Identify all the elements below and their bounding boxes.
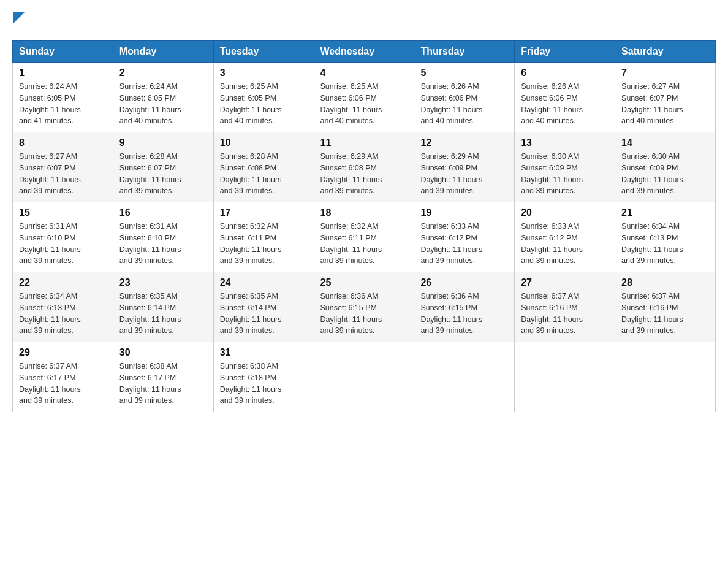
day-cell-11: 11Sunrise: 6:29 AMSunset: 6:08 PMDayligh… <box>314 132 414 202</box>
day-number: 5 <box>420 67 508 79</box>
day-cell-18: 18Sunrise: 6:32 AMSunset: 6:11 PMDayligh… <box>314 202 414 272</box>
day-cell-6: 6Sunrise: 6:26 AMSunset: 6:06 PMDaylight… <box>515 63 615 132</box>
day-info: Sunrise: 6:38 AMSunset: 6:17 PMDaylight:… <box>119 361 207 407</box>
logo <box>12 12 25 28</box>
day-number: 31 <box>220 347 308 358</box>
day-info: Sunrise: 6:32 AMSunset: 6:11 PMDaylight:… <box>320 221 408 267</box>
day-cell-28: 28Sunrise: 6:37 AMSunset: 6:16 PMDayligh… <box>615 272 716 342</box>
day-info: Sunrise: 6:37 AMSunset: 6:16 PMDaylight:… <box>521 291 609 337</box>
weekday-header-wednesday: Wednesday <box>314 41 414 63</box>
day-info: Sunrise: 6:31 AMSunset: 6:10 PMDaylight:… <box>19 221 107 267</box>
day-cell-19: 19Sunrise: 6:33 AMSunset: 6:12 PMDayligh… <box>414 202 515 272</box>
day-number: 8 <box>19 137 107 148</box>
day-number: 2 <box>119 67 207 79</box>
day-number: 7 <box>621 67 709 79</box>
day-number: 27 <box>521 277 609 288</box>
day-info: Sunrise: 6:29 AMSunset: 6:08 PMDaylight:… <box>320 151 408 197</box>
day-info: Sunrise: 6:28 AMSunset: 6:07 PMDaylight:… <box>119 151 207 197</box>
week-row-3: 15Sunrise: 6:31 AMSunset: 6:10 PMDayligh… <box>13 202 716 272</box>
day-number: 28 <box>621 277 709 288</box>
day-info: Sunrise: 6:36 AMSunset: 6:15 PMDaylight:… <box>420 291 508 337</box>
day-number: 16 <box>119 207 207 218</box>
day-number: 19 <box>420 207 508 218</box>
day-cell-8: 8Sunrise: 6:27 AMSunset: 6:07 PMDaylight… <box>13 132 113 202</box>
day-info: Sunrise: 6:30 AMSunset: 6:09 PMDaylight:… <box>621 151 709 197</box>
empty-cell <box>515 342 615 412</box>
day-cell-16: 16Sunrise: 6:31 AMSunset: 6:10 PMDayligh… <box>113 202 213 272</box>
day-cell-7: 7Sunrise: 6:27 AMSunset: 6:07 PMDaylight… <box>615 63 716 132</box>
day-number: 1 <box>19 67 107 79</box>
day-cell-31: 31Sunrise: 6:38 AMSunset: 6:18 PMDayligh… <box>213 342 314 412</box>
day-cell-21: 21Sunrise: 6:34 AMSunset: 6:13 PMDayligh… <box>615 202 716 272</box>
day-number: 18 <box>320 207 408 218</box>
weekday-header-thursday: Thursday <box>414 41 515 63</box>
day-number: 21 <box>621 207 709 218</box>
empty-cell <box>615 342 716 412</box>
day-cell-17: 17Sunrise: 6:32 AMSunset: 6:11 PMDayligh… <box>213 202 314 272</box>
day-number: 22 <box>19 277 107 288</box>
day-cell-4: 4Sunrise: 6:25 AMSunset: 6:06 PMDaylight… <box>314 63 414 132</box>
day-info: Sunrise: 6:24 AMSunset: 6:05 PMDaylight:… <box>19 81 107 127</box>
day-cell-9: 9Sunrise: 6:28 AMSunset: 6:07 PMDaylight… <box>113 132 213 202</box>
day-cell-24: 24Sunrise: 6:35 AMSunset: 6:14 PMDayligh… <box>213 272 314 342</box>
day-info: Sunrise: 6:34 AMSunset: 6:13 PMDaylight:… <box>621 221 709 267</box>
day-info: Sunrise: 6:33 AMSunset: 6:12 PMDaylight:… <box>420 221 508 267</box>
day-cell-29: 29Sunrise: 6:37 AMSunset: 6:17 PMDayligh… <box>13 342 113 412</box>
day-info: Sunrise: 6:25 AMSunset: 6:06 PMDaylight:… <box>320 81 408 127</box>
day-number: 15 <box>19 207 107 218</box>
day-cell-30: 30Sunrise: 6:38 AMSunset: 6:17 PMDayligh… <box>113 342 213 412</box>
weekday-header-monday: Monday <box>113 41 213 63</box>
weekday-header-row: SundayMondayTuesdayWednesdayThursdayFrid… <box>13 41 716 63</box>
day-number: 3 <box>220 67 308 79</box>
day-info: Sunrise: 6:24 AMSunset: 6:05 PMDaylight:… <box>119 81 207 127</box>
day-info: Sunrise: 6:33 AMSunset: 6:12 PMDaylight:… <box>521 221 609 267</box>
day-number: 9 <box>119 137 207 148</box>
day-number: 29 <box>19 347 107 358</box>
weekday-header-friday: Friday <box>515 41 615 63</box>
day-number: 17 <box>220 207 308 218</box>
day-cell-13: 13Sunrise: 6:30 AMSunset: 6:09 PMDayligh… <box>515 132 615 202</box>
day-cell-22: 22Sunrise: 6:34 AMSunset: 6:13 PMDayligh… <box>13 272 113 342</box>
day-info: Sunrise: 6:37 AMSunset: 6:16 PMDaylight:… <box>621 291 709 337</box>
day-number: 23 <box>119 277 207 288</box>
day-cell-27: 27Sunrise: 6:37 AMSunset: 6:16 PMDayligh… <box>515 272 615 342</box>
page-header <box>12 12 716 28</box>
day-info: Sunrise: 6:34 AMSunset: 6:13 PMDaylight:… <box>19 291 107 337</box>
day-info: Sunrise: 6:27 AMSunset: 6:07 PMDaylight:… <box>19 151 107 197</box>
day-info: Sunrise: 6:29 AMSunset: 6:09 PMDaylight:… <box>420 151 508 197</box>
day-info: Sunrise: 6:27 AMSunset: 6:07 PMDaylight:… <box>621 81 709 127</box>
day-info: Sunrise: 6:32 AMSunset: 6:11 PMDaylight:… <box>220 221 308 267</box>
empty-cell <box>314 342 414 412</box>
day-info: Sunrise: 6:31 AMSunset: 6:10 PMDaylight:… <box>119 221 207 267</box>
day-number: 26 <box>420 277 508 288</box>
day-info: Sunrise: 6:38 AMSunset: 6:18 PMDaylight:… <box>220 361 308 407</box>
day-info: Sunrise: 6:35 AMSunset: 6:14 PMDaylight:… <box>220 291 308 337</box>
day-cell-25: 25Sunrise: 6:36 AMSunset: 6:15 PMDayligh… <box>314 272 414 342</box>
day-cell-26: 26Sunrise: 6:36 AMSunset: 6:15 PMDayligh… <box>414 272 515 342</box>
day-number: 30 <box>119 347 207 358</box>
day-cell-10: 10Sunrise: 6:28 AMSunset: 6:08 PMDayligh… <box>213 132 314 202</box>
day-number: 10 <box>220 137 308 148</box>
day-cell-2: 2Sunrise: 6:24 AMSunset: 6:05 PMDaylight… <box>113 63 213 132</box>
svg-marker-0 <box>13 12 25 23</box>
day-cell-12: 12Sunrise: 6:29 AMSunset: 6:09 PMDayligh… <box>414 132 515 202</box>
day-number: 24 <box>220 277 308 288</box>
day-info: Sunrise: 6:35 AMSunset: 6:14 PMDaylight:… <box>119 291 207 337</box>
day-cell-14: 14Sunrise: 6:30 AMSunset: 6:09 PMDayligh… <box>615 132 716 202</box>
day-number: 6 <box>521 67 609 79</box>
day-cell-3: 3Sunrise: 6:25 AMSunset: 6:05 PMDaylight… <box>213 63 314 132</box>
week-row-5: 29Sunrise: 6:37 AMSunset: 6:17 PMDayligh… <box>13 342 716 412</box>
week-row-4: 22Sunrise: 6:34 AMSunset: 6:13 PMDayligh… <box>13 272 716 342</box>
day-info: Sunrise: 6:37 AMSunset: 6:17 PMDaylight:… <box>19 361 107 407</box>
day-number: 4 <box>320 67 408 79</box>
day-number: 14 <box>621 137 709 148</box>
empty-cell <box>414 342 515 412</box>
day-cell-15: 15Sunrise: 6:31 AMSunset: 6:10 PMDayligh… <box>13 202 113 272</box>
calendar-table: SundayMondayTuesdayWednesdayThursdayFrid… <box>12 40 716 412</box>
day-info: Sunrise: 6:26 AMSunset: 6:06 PMDaylight:… <box>521 81 609 127</box>
logo-arrow-icon <box>13 12 25 23</box>
weekday-header-tuesday: Tuesday <box>213 41 314 63</box>
day-number: 25 <box>320 277 408 288</box>
day-number: 20 <box>521 207 609 218</box>
day-cell-20: 20Sunrise: 6:33 AMSunset: 6:12 PMDayligh… <box>515 202 615 272</box>
